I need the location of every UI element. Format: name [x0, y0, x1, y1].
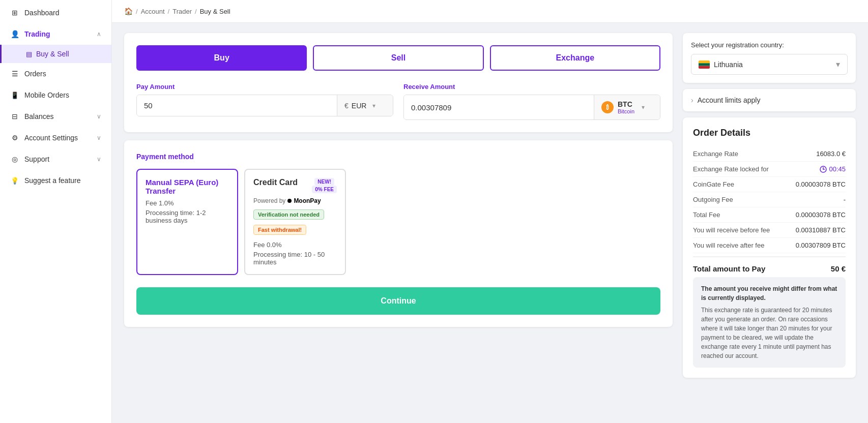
sepa-title: Manual SEPA (Euro) Transfer	[146, 178, 229, 195]
svg-rect-1	[699, 63, 710, 66]
pay-amount-input-row: € EUR ▾	[136, 95, 393, 116]
disclaimer-bold: The amount you receive might differ from…	[701, 284, 837, 303]
continue-button[interactable]: Continue	[136, 287, 660, 315]
chevron-down-icon: ∨	[97, 113, 101, 120]
pay-currency-select[interactable]: € EUR ▾	[337, 95, 393, 116]
tab-sell[interactable]: Sell	[313, 45, 483, 71]
cc-title: Credit Card	[253, 178, 298, 187]
svg-rect-0	[699, 61, 710, 63]
sidebar-item-dashboard[interactable]: Dashboard	[0, 2, 111, 23]
pay-amount-label: Pay Amount	[136, 83, 393, 90]
payment-card-credit[interactable]: Credit Card NEW! 0% FEE Powered by MoonP…	[244, 169, 346, 275]
breadcrumb: 🏠 / Account / Trader / Buy & Sell	[112, 0, 868, 23]
payment-method-card: Payment method Manual SEPA (Euro) Transf…	[124, 140, 673, 327]
sidebar-item-label: Dashboard	[24, 9, 101, 17]
sidebar-item-trading[interactable]: 👤 Trading ∧	[0, 23, 111, 45]
tab-exchange[interactable]: Exchange	[490, 45, 660, 71]
sidebar-item-label: Mobile Orders	[24, 91, 101, 99]
receive-amount-input-row: ₿ BTC Bitcoin ▾	[403, 95, 660, 120]
account-limits-card[interactable]: › Account limits apply	[683, 89, 856, 111]
balances-icon: ⊟	[10, 112, 19, 121]
chevron-down-icon: ▾	[836, 59, 840, 69]
buy-sell-icon: ▤	[26, 50, 32, 58]
trade-tabs: Buy Sell Exchange	[136, 45, 660, 71]
moonpay-dot-icon	[287, 199, 292, 203]
sepa-processing: Processing time: 1-2 business days	[146, 209, 229, 224]
right-panel: Select your registration country: Lithua…	[683, 33, 856, 413]
moonpay-name: MoonPay	[294, 197, 321, 204]
account-settings-icon: ⚙	[10, 133, 19, 142]
payment-card-sepa[interactable]: Manual SEPA (Euro) Transfer Fee 1.0% Pro…	[136, 169, 238, 275]
suggest-icon: 💡	[10, 176, 19, 185]
order-details-title: Order Details	[693, 128, 846, 138]
order-row-exchange-rate: Exchange Rate 16083.0 €	[693, 146, 846, 162]
svg-rect-2	[699, 66, 710, 68]
chevron-down-icon: ▾	[372, 102, 375, 109]
mobile-orders-icon: 📱	[10, 90, 19, 100]
cc-tags: Verification not needed Fast withdrawal!	[253, 209, 337, 237]
orders-icon: ☰	[10, 69, 19, 78]
receive-amount-group: Receive Amount ₿ BTC Bitcoin ▾	[403, 83, 660, 120]
receive-amount-label: Receive Amount	[403, 83, 660, 90]
chevron-down-icon: ▾	[642, 104, 645, 111]
breadcrumb-sep: /	[136, 8, 138, 15]
receive-currency-name: Bitcoin	[618, 108, 634, 114]
clock-icon	[820, 166, 827, 173]
content-area: Buy Sell Exchange Pay Amount € EUR ▾	[112, 23, 868, 423]
sidebar-item-mobile-orders[interactable]: 📱 Mobile Orders	[0, 84, 111, 106]
sidebar-sub-label: Buy & Sell	[36, 50, 69, 58]
order-details-card: Order Details Exchange Rate 16083.0 € Ex…	[683, 117, 856, 378]
receive-amount-input[interactable]	[404, 95, 594, 119]
chevron-down-icon: ∨	[97, 156, 101, 163]
trading-icon: 👤	[10, 29, 19, 39]
withdrawal-badge: Fast withdrawal!	[253, 225, 306, 235]
payment-method-title: Payment method	[136, 153, 660, 161]
amount-row: Pay Amount € EUR ▾ Receive Amount	[136, 83, 660, 120]
breadcrumb-trader[interactable]: Trader	[172, 8, 192, 15]
sidebar-item-support[interactable]: ◎ Support ∨	[0, 148, 111, 170]
disclaimer-box: The amount you receive might differ from…	[693, 277, 846, 368]
receive-currency-select[interactable]: ₿ BTC Bitcoin ▾	[594, 95, 660, 119]
sidebar-item-label: Orders	[24, 70, 101, 78]
sidebar-item-suggest[interactable]: 💡 Suggest a feature	[0, 170, 111, 191]
order-total-row: Total amount to Pay 50 €	[693, 256, 846, 277]
support-icon: ◎	[10, 155, 19, 164]
sepa-fee: Fee 1.0%	[146, 199, 229, 207]
order-row-outgoing-fee: Outgoing Fee -	[693, 192, 846, 207]
powered-by: Powered by MoonPay	[253, 197, 337, 204]
order-row-after-fee: You will receive after fee 0.00307809 BT…	[693, 238, 846, 253]
order-row-coingate-fee: CoinGate Fee 0.00003078 BTC	[693, 177, 846, 192]
flag-icon	[699, 61, 710, 69]
pay-amount-input[interactable]	[137, 95, 337, 116]
sidebar-item-balances[interactable]: ⊟ Balances ∨	[0, 106, 111, 127]
sidebar-item-account-settings[interactable]: ⚙ Account Settings ∨	[0, 127, 111, 148]
sidebar-item-label: Suggest a feature	[24, 176, 101, 185]
country-select[interactable]: Lithuania ▾	[691, 54, 848, 75]
chevron-right-icon: ›	[691, 96, 693, 104]
order-row-total-fee: Total Fee 0.00003078 BTC	[693, 207, 846, 223]
breadcrumb-account[interactable]: Account	[141, 8, 165, 15]
new-badge: NEW! 0% FEE	[312, 178, 337, 193]
sidebar-item-label: Account Settings	[24, 134, 92, 142]
country-name: Lithuania	[714, 61, 832, 69]
home-icon[interactable]: 🏠	[124, 7, 133, 15]
order-timer: 00:45	[820, 165, 846, 173]
cc-fee: Fee 0.0%	[253, 241, 337, 249]
chevron-down-icon: ∨	[97, 134, 101, 141]
order-row-locked-for: Exchange Rate locked for 00:45	[693, 162, 846, 177]
sidebar-item-label: Trading	[24, 30, 92, 38]
btc-icon: ₿	[601, 101, 614, 113]
tab-buy[interactable]: Buy	[136, 45, 307, 71]
trade-card: Buy Sell Exchange Pay Amount € EUR ▾	[124, 33, 673, 132]
payment-cards: Manual SEPA (Euro) Transfer Fee 1.0% Pro…	[136, 169, 660, 275]
country-card: Select your registration country: Lithua…	[683, 33, 856, 83]
sidebar-item-label: Balances	[24, 112, 92, 120]
verification-badge: Verification not needed	[253, 209, 324, 220]
sidebar-sub-item-buy-sell[interactable]: ▤ Buy & Sell	[0, 45, 111, 63]
left-panel: Buy Sell Exchange Pay Amount € EUR ▾	[124, 33, 673, 413]
pay-amount-group: Pay Amount € EUR ▾	[136, 83, 393, 120]
sidebar-item-orders[interactable]: ☰ Orders	[0, 63, 111, 84]
limits-text: Account limits apply	[698, 96, 848, 104]
sidebar-item-label: Support	[24, 155, 92, 163]
dashboard-icon	[10, 8, 19, 17]
